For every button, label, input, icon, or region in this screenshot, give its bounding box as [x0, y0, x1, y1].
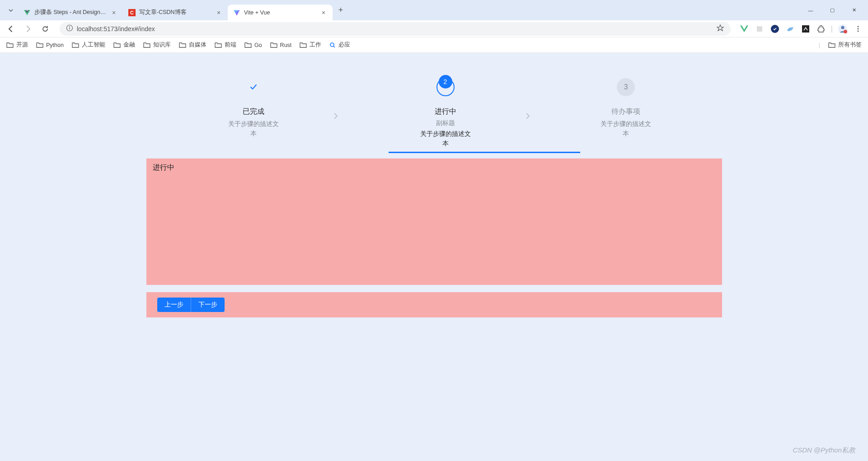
star-icon[interactable]: [716, 24, 724, 33]
steps-nav: 已完成 关于步骤的描述文本 2 进行中 副标题 关于步骤的描述文本: [146, 78, 722, 148]
bookmark-folder[interactable]: Python: [36, 42, 64, 48]
content-text: 进行中: [153, 163, 174, 171]
close-icon[interactable]: ×: [110, 9, 117, 16]
svg-rect-3: [757, 26, 762, 32]
svg-point-10: [858, 30, 859, 32]
tab-title: 步骤条 Steps - Ant Design Vu: [34, 9, 107, 16]
watermark-text: CSDN @Python私教: [793, 446, 855, 455]
svg-point-9: [858, 28, 859, 29]
svg-point-8: [858, 26, 859, 27]
bookmark-folder[interactable]: 金融: [113, 41, 135, 49]
minimize-button[interactable]: —: [800, 3, 821, 18]
bookmark-label: Go: [254, 42, 262, 48]
chevron-right-icon: [333, 84, 338, 148]
bookmark-folder[interactable]: Rust: [270, 42, 292, 48]
forward-button[interactable]: [22, 23, 34, 35]
window-controls: — ▢ ✕: [800, 3, 864, 18]
next-button[interactable]: 下一步: [191, 298, 225, 312]
reload-button[interactable]: [39, 23, 52, 35]
bookmark-label: 必应: [338, 41, 350, 49]
menu-button[interactable]: [853, 23, 863, 34]
bookmark-folder[interactable]: 知识库: [143, 41, 171, 49]
bookmark-label: 金融: [123, 41, 135, 49]
back-button[interactable]: [5, 23, 17, 35]
bookmark-bing[interactable]: 必应: [329, 41, 350, 49]
browser-tab-strip: 步骤条 Steps - Ant Design Vu × C 写文章-CSDN博客…: [0, 0, 868, 20]
browser-nav-bar: localhost:5173/index#/index |: [0, 20, 868, 37]
step-content-panel: 进行中: [146, 158, 722, 285]
chevron-right-icon: [525, 84, 530, 148]
url-bar[interactable]: localhost:5173/index#/index: [60, 22, 731, 36]
bookmarks-bar: 开源 Python 人工智能 金融 知识库 自媒体 前端 Go Rust 工作 …: [0, 37, 868, 53]
page-viewport: 已完成 关于步骤的描述文本 2 进行中 副标题 关于步骤的描述文本: [0, 53, 868, 461]
bookmark-label: 自媒体: [189, 41, 206, 49]
url-text: localhost:5173/index#/index: [77, 25, 713, 33]
bookmark-label: 前端: [225, 41, 236, 49]
extension-check-icon[interactable]: [769, 23, 780, 34]
browser-tab[interactable]: 步骤条 Steps - Ant Design Vu ×: [18, 5, 123, 20]
extension-icon[interactable]: [754, 23, 765, 34]
browser-tab[interactable]: C 写文章-CSDN博客 ×: [123, 5, 228, 20]
vue-icon: [23, 9, 31, 16]
extension-bird-icon[interactable]: [785, 23, 796, 34]
step-description: 关于步骤的描述文本: [226, 119, 281, 138]
csdn-icon: C: [128, 9, 136, 16]
svg-rect-2: [69, 28, 70, 29]
step-item-active[interactable]: 2 进行中 副标题 关于步骤的描述文本: [338, 78, 530, 148]
maximize-button[interactable]: ▢: [822, 3, 843, 18]
svg-point-1: [69, 26, 70, 27]
check-icon: [244, 78, 263, 96]
step-item-done[interactable]: 已完成 关于步骤的描述文本: [146, 78, 338, 148]
bookmark-folder[interactable]: 人工智能: [72, 41, 105, 49]
step-title: 进行中: [435, 107, 456, 116]
svg-point-7: [844, 30, 847, 33]
close-window-button[interactable]: ✕: [844, 3, 864, 18]
extensions-button[interactable]: [816, 23, 826, 34]
profile-avatar[interactable]: [837, 23, 848, 34]
bookmark-folder[interactable]: 自媒体: [179, 41, 206, 49]
bookmark-folder[interactable]: 工作: [300, 41, 321, 49]
bookmark-label: 开源: [16, 41, 28, 49]
bookmark-label: 人工智能: [82, 41, 105, 49]
step-description: 关于步骤的描述文本: [599, 119, 653, 138]
bookmark-folder[interactable]: 开源: [6, 41, 28, 49]
svg-point-11: [330, 43, 334, 47]
vue-devtools-icon[interactable]: [739, 23, 750, 34]
close-icon[interactable]: ×: [320, 9, 327, 16]
bookmark-label: Rust: [280, 42, 292, 48]
browser-tab-active[interactable]: Vite + Vue ×: [228, 5, 333, 20]
new-tab-button[interactable]: +: [334, 4, 347, 17]
step-subtitle: 副标题: [436, 119, 455, 127]
step-item-wait[interactable]: 3 待办事项 关于步骤的描述文本: [530, 78, 722, 148]
bookmark-label: 所有书签: [838, 41, 862, 49]
bookmark-folder[interactable]: 前端: [215, 41, 236, 49]
svg-point-6: [841, 26, 845, 29]
tab-title: Vite + Vue: [244, 9, 316, 16]
extension-square-icon[interactable]: [800, 23, 811, 34]
bookmark-label: Python: [46, 42, 64, 48]
bookmark-label: 工作: [310, 41, 321, 49]
tab-title: 写文章-CSDN博客: [139, 9, 211, 16]
bookmark-label: 知识库: [153, 41, 171, 49]
step-title: 已完成: [243, 107, 264, 116]
svg-rect-4: [802, 25, 809, 33]
step-number-icon: 3: [617, 78, 635, 96]
step-actions: 上一步 下一步: [146, 292, 722, 317]
step-number-icon: 2: [436, 78, 455, 96]
step-title: 待办事项: [611, 107, 640, 116]
bookmark-folder[interactable]: Go: [244, 42, 262, 48]
all-bookmarks-button[interactable]: 所有书签: [828, 41, 862, 49]
site-info-icon[interactable]: [66, 24, 73, 33]
active-step-underline: [389, 152, 580, 153]
step-description: 关于步骤的描述文本: [418, 129, 473, 148]
vite-icon: [233, 9, 240, 16]
close-icon[interactable]: ×: [215, 9, 222, 16]
tab-search-dropdown[interactable]: [4, 4, 18, 17]
prev-button[interactable]: 上一步: [157, 298, 191, 312]
